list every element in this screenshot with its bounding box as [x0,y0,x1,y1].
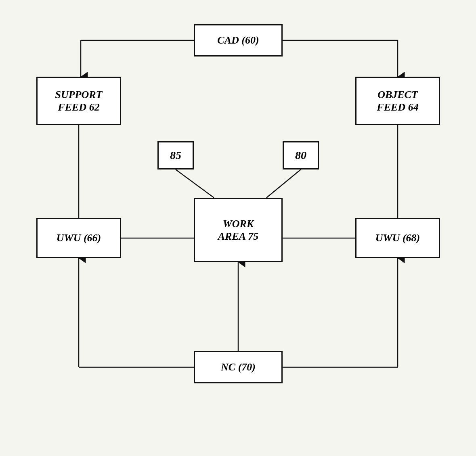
node-nc: NC (70) [194,351,283,383]
workarea-label: WORKAREA 75 [218,218,258,243]
diagram-container: CAD (60) SUPPORTFEED 62 OBJECTFEED 64 85… [0,0,476,456]
node-cad: CAD (60) [194,24,283,56]
n85-label: 85 [170,149,181,162]
svg-line-10 [176,169,214,198]
node-uwu68: UWU (68) [355,218,440,258]
node-80: 80 [283,141,319,169]
nc-label: NC (70) [221,361,256,373]
uwu68-label: UWU (68) [375,232,420,244]
node-work-area: WORKAREA 75 [194,198,283,262]
node-object-feed: OBJECTFEED 64 [355,77,440,125]
svg-line-11 [266,169,301,198]
support-label: SUPPORTFEED 62 [55,88,103,113]
n80-label: 80 [295,149,306,162]
node-85: 85 [157,141,194,169]
node-support-feed: SUPPORTFEED 62 [36,77,121,125]
cad-label: CAD (60) [217,34,259,46]
uwu66-label: UWU (66) [57,232,101,244]
object-label: OBJECTFEED 64 [377,88,418,113]
node-uwu66: UWU (66) [36,218,121,258]
